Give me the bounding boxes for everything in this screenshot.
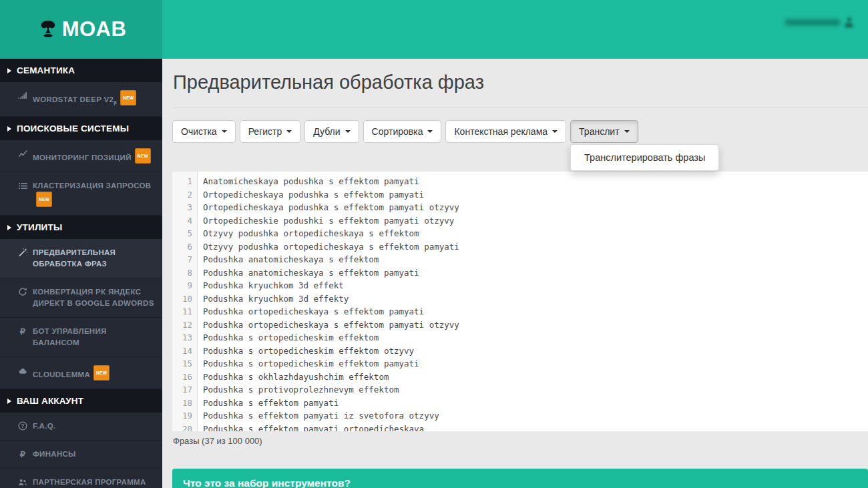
- sidebar-item-konvertatsiya-rk-yandex-direct-google-adwords[interactable]: КОНВЕРТАЦИЯ РК ЯНДЕКС ДИРЕКТ В GOOGLE AD…: [0, 278, 162, 318]
- caret-down-icon: [552, 130, 558, 133]
- dropdown-item-transliterate[interactable]: Транслитерировать фразы: [571, 148, 718, 167]
- sidebar-section-vash-akkaunt[interactable]: ВАШ АККАУНТ: [0, 389, 162, 413]
- phrase-line[interactable]: Podushka anatomicheskaya s effektom pamy…: [203, 266, 868, 280]
- translit-dropdown-button[interactable]: Транслит: [570, 120, 638, 143]
- sidebar-section-label: ПОИСКОВЫЕ СИСТЕМЫ: [17, 124, 129, 134]
- caret-down-icon: [427, 130, 433, 133]
- ochistka-dropdown-button[interactable]: Очистка: [172, 120, 236, 143]
- phrase-line[interactable]: Ortopedicheskie podushki s effektom pamy…: [203, 214, 868, 228]
- line-number: 3: [172, 201, 192, 214]
- phrase-line[interactable]: Ortopedicheskaya podushka s effektom pam…: [203, 188, 868, 202]
- info-panel: Что это за набор инструментов?: [172, 469, 868, 488]
- line-number: 15: [172, 357, 192, 371]
- brand-logo[interactable]: MOAB: [0, 0, 162, 59]
- phrase-line[interactable]: Podushka s ortopedicheskim effektom pamy…: [203, 357, 868, 371]
- user-name-redacted: [785, 19, 840, 25]
- dubli-dropdown-button[interactable]: Дубли: [304, 120, 359, 143]
- list-icon: [17, 180, 28, 191]
- line-number: 13: [172, 331, 192, 344]
- button-label: Очистка: [181, 126, 217, 137]
- triangle-right-icon: [7, 126, 11, 132]
- phrase-line[interactable]: Podushka s protivoprolezhnevym effektom: [203, 383, 868, 397]
- button-label: Сортировка: [372, 126, 423, 137]
- line-number: 16: [172, 371, 192, 384]
- refresh-icon: [17, 286, 28, 297]
- phrase-line[interactable]: Podushka anatomicheskaya s effektom: [203, 253, 868, 266]
- sidebar-item-label: CLOUDLEMMANEW: [33, 365, 110, 381]
- user-account-menu[interactable]: [785, 17, 853, 27]
- line-number: 14: [172, 344, 192, 358]
- phrase-line[interactable]: Podushka ortopedicheskaya s effektom pam…: [203, 318, 868, 332]
- sortirovka-dropdown-button[interactable]: Сортировка: [363, 120, 442, 143]
- line-number: 4: [172, 214, 192, 228]
- sidebar-item-monitoring-pozitsiy[interactable]: МОНИТОРИНГ ПОЗИЦИЙNEW: [0, 140, 162, 172]
- magic-wand-icon: [17, 247, 28, 258]
- svg-text:?: ?: [21, 423, 24, 429]
- sidebar-item-wordstat-deep-v2[interactable]: WORDSTAT DEEP V2βNEW: [0, 82, 162, 117]
- line-number: 7: [172, 253, 192, 266]
- line-number: 6: [172, 240, 192, 254]
- sidebar-section-semantika[interactable]: СЕМАНТИКА: [0, 59, 162, 82]
- phrase-line[interactable]: Podushka s effektom pamyati: [203, 397, 868, 410]
- line-number: 9: [172, 279, 192, 292]
- phrase-line[interactable]: Podushka s ortopedicheskim effektom: [203, 331, 868, 344]
- line-number: 19: [172, 409, 192, 423]
- sidebar-section-label: УТИЛИТЫ: [17, 222, 62, 232]
- sidebar-nav: СЕМАНТИКАWORDSTAT DEEP V2βNEWПОИСКОВЫЕ С…: [0, 59, 162, 488]
- sidebar-item-faq[interactable]: ?F.A.Q.: [0, 413, 162, 441]
- phrase-line[interactable]: Otzyvy podushka ortopedicheskaya s effek…: [203, 227, 868, 240]
- sidebar-item-finansy[interactable]: ₽ФИНАНСЫ: [0, 441, 162, 469]
- sidebar-section-label: ВАШ АККАУНТ: [17, 396, 83, 406]
- sidebar-item-label: WORDSTAT DEEP V2βNEW: [33, 90, 136, 108]
- users-icon: [17, 477, 28, 487]
- phrase-line[interactable]: Podushka ortopedicheskaya s effektom pam…: [203, 305, 868, 318]
- line-number: 1: [172, 175, 192, 188]
- phrases-editor[interactable]: 1234567891011121314151617181920 Anatomic…: [172, 172, 868, 431]
- sidebar-item-partnerskaya-programma[interactable]: ПАРТНЕРСКАЯ ПРОГРАММА: [0, 469, 162, 488]
- line-number: 10: [172, 292, 192, 306]
- button-label: Транслит: [579, 126, 619, 137]
- phrases-text[interactable]: Anatomicheskaya podushka s effektom pamy…: [198, 172, 868, 431]
- beta-subscript: β: [114, 99, 117, 105]
- new-badge: NEW: [120, 90, 136, 105]
- triangle-right-icon: [7, 399, 11, 404]
- caret-down-icon: [345, 130, 351, 133]
- sidebar-item-predvaritelnaya-obrabotka-fraz[interactable]: ПРЕДВАРИТЕЛЬНАЯ ОБРАБОТКА ФРАЗ: [0, 239, 162, 278]
- user-icon: [845, 17, 853, 27]
- phrase-line[interactable]: Podushka s ortopedicheskim effektom otzy…: [203, 344, 868, 358]
- sidebar-item-cloudlemma[interactable]: CLOUDLEMMANEW: [0, 357, 162, 389]
- sidebar-item-label: ФИНАНСЫ: [33, 449, 76, 460]
- phrase-line[interactable]: Podushka kryuchkom 3d effekt: [203, 279, 868, 292]
- mushroom-cloud-icon: [36, 17, 60, 41]
- sidebar-section-poiskovye-sistemy[interactable]: ПОИСКОВЫЕ СИСТЕМЫ: [0, 117, 162, 140]
- toolbar-group-registr: Регистр: [240, 120, 301, 143]
- phrase-line[interactable]: Podushka s effektom pamyati iz svetofora…: [203, 409, 868, 423]
- sidebar-section-utility[interactable]: УТИЛИТЫ: [0, 216, 162, 239]
- title-divider: [172, 107, 868, 108]
- sidebar-item-label: ПРЕДВАРИТЕЛЬНАЯ ОБРАБОТКА ФРАЗ: [33, 247, 154, 270]
- cloud-icon: [17, 365, 28, 376]
- line-number: 18: [172, 397, 192, 410]
- toolbar-group-kontekstnaya-reklama: Контекстная реклама: [445, 120, 566, 143]
- phrase-line[interactable]: Podushka s okhlazhdayushchim effektom: [203, 371, 868, 384]
- phrase-line[interactable]: Podushka s effektom pamyati ortopediches…: [203, 423, 868, 432]
- phrase-line[interactable]: Podushka kryuchkom 3d effekty: [203, 292, 868, 306]
- button-label: Контекстная реклама: [454, 126, 548, 137]
- sidebar-item-bot-upravleniya-balansom[interactable]: ₽БОТ УПРАВЛЕНИЯ БАЛАНСОМ: [0, 318, 162, 357]
- toolbar-group-ochistka: Очистка: [172, 120, 236, 143]
- new-badge: NEW: [36, 192, 52, 207]
- phrase-line[interactable]: Anatomicheskaya podushka s effektom pamy…: [203, 175, 868, 188]
- kontekstnaya-reklama-dropdown-button[interactable]: Контекстная реклама: [445, 120, 566, 143]
- triangle-right-icon: [7, 225, 11, 230]
- toolbar-group-sortirovka: Сортировка: [363, 120, 442, 143]
- triangle-right-icon: [7, 68, 11, 73]
- sidebar-item-klasterizatsiya-zaprosov[interactable]: КЛАСТЕРИЗАЦИЯ ЗАПРОСОВNEW: [0, 172, 162, 216]
- ruble-icon: ₽: [17, 449, 28, 459]
- phrase-line[interactable]: Otzyvy podushka ortopedicheskaya s effek…: [203, 240, 868, 254]
- sidebar-item-label: F.A.Q.: [33, 421, 55, 432]
- ruble-icon: ₽: [17, 326, 28, 336]
- registr-dropdown-button[interactable]: Регистр: [240, 120, 301, 143]
- new-badge: NEW: [135, 148, 151, 164]
- phrase-line[interactable]: Ortopedicheskaya podushka s effektom pam…: [203, 201, 868, 214]
- brand-name: MOAB: [62, 17, 127, 41]
